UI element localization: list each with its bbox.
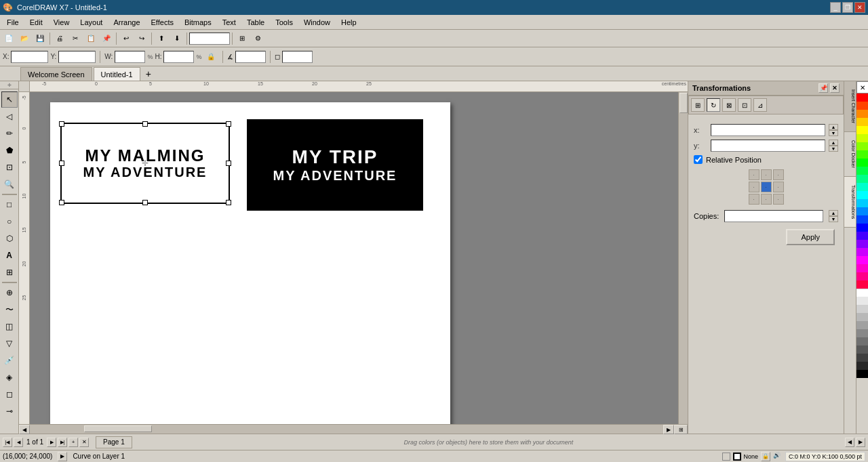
copy-button[interactable]: 📋 xyxy=(83,31,98,46)
handle-tm[interactable] xyxy=(142,121,148,127)
color-green[interactable] xyxy=(856,159,868,167)
relative-position-checkbox[interactable] xyxy=(694,155,703,164)
vertical-scrollbar[interactable] xyxy=(678,92,688,424)
transparency-tool-button[interactable]: ▽ xyxy=(1,335,18,352)
pos-ml[interactable]: · xyxy=(749,182,760,192)
color-docker-tab[interactable]: Color Docker xyxy=(844,132,856,177)
color-violet[interactable] xyxy=(856,240,868,248)
menu-bitmaps[interactable]: Bitmaps xyxy=(179,17,217,28)
table-tool-button[interactable]: ⊞ xyxy=(1,264,18,280)
color-gray-60[interactable] xyxy=(856,321,868,329)
x-spin-down[interactable]: ▼ xyxy=(829,130,838,136)
nav-prev-button[interactable]: ◀ xyxy=(845,438,854,447)
color-gray-70[interactable] xyxy=(856,313,868,321)
color-amber[interactable] xyxy=(856,118,868,126)
rectangle-tool-button[interactable]: □ xyxy=(1,196,18,213)
connector-tool-button[interactable]: ⊸ xyxy=(1,403,18,419)
insert-character-tab[interactable]: Insert Character xyxy=(844,81,856,132)
position-transform-tab[interactable]: ⊞ xyxy=(691,98,705,112)
canvas-scroll[interactable]: MY MALMING MY ADVENTURE ✛ xyxy=(30,92,688,424)
color-gray-80[interactable] xyxy=(856,305,868,313)
zoom-tool-button[interactable]: 🔍 xyxy=(1,176,18,192)
menu-view[interactable]: View xyxy=(48,17,75,28)
handle-br[interactable] xyxy=(226,200,231,205)
restore-button[interactable]: ❐ xyxy=(842,2,853,13)
smart-draw-tool-button[interactable]: ⬟ xyxy=(1,142,18,159)
page-prev-button[interactable]: ◀ xyxy=(14,438,23,447)
add-tab-button[interactable]: + xyxy=(142,67,155,81)
delete-page-button[interactable]: ✕ xyxy=(79,438,89,447)
v-scroll-thumb[interactable] xyxy=(679,93,688,113)
handle-bl[interactable] xyxy=(59,200,64,205)
panel-close-button[interactable]: ✕ xyxy=(830,83,840,93)
menu-table[interactable]: Table xyxy=(241,17,270,28)
outline-swatch[interactable] xyxy=(733,453,741,461)
import-button[interactable]: ⬆ xyxy=(154,31,169,46)
color-gray-10[interactable] xyxy=(856,362,868,370)
y-spin-down[interactable]: ▼ xyxy=(829,146,838,152)
pos-tr[interactable]: · xyxy=(773,169,784,180)
color-pink[interactable] xyxy=(856,264,868,272)
color-magenta[interactable] xyxy=(856,256,868,264)
handle-mr[interactable] xyxy=(226,161,231,166)
undo-button[interactable]: ↩ xyxy=(119,31,134,46)
color-green-lime[interactable] xyxy=(856,150,868,159)
page-first-button[interactable]: |◀ xyxy=(3,438,12,447)
pos-mc[interactable]: · xyxy=(761,182,772,192)
y-input[interactable]: 45,667 cm xyxy=(58,51,96,63)
color-cyan-green[interactable] xyxy=(856,175,868,183)
height-input[interactable]: 100,0 xyxy=(163,51,194,63)
menu-help[interactable]: Help xyxy=(336,17,362,28)
pos-tc[interactable]: · xyxy=(761,169,772,180)
rotate-transform-tab[interactable]: ↻ xyxy=(707,98,720,112)
save-button[interactable]: 💾 xyxy=(33,31,47,46)
cut-button[interactable]: ✂ xyxy=(68,31,83,46)
x-transform-input[interactable]: 0,0 cm xyxy=(711,124,825,136)
color-spring[interactable] xyxy=(856,167,868,175)
panel-pin-button[interactable]: 📌 xyxy=(818,83,828,93)
color-gray-40[interactable] xyxy=(856,337,868,345)
pos-bc[interactable]: · xyxy=(761,194,772,205)
color-blue-light[interactable] xyxy=(856,215,868,224)
color-red[interactable] xyxy=(856,93,868,102)
color-black[interactable] xyxy=(856,370,868,378)
speaker-icon[interactable]: 🔊 xyxy=(773,452,783,461)
outline-fill-button[interactable]: ◻ xyxy=(1,386,18,402)
color-rose[interactable] xyxy=(856,280,868,289)
scroll-left-button[interactable]: ◀ xyxy=(19,425,30,434)
print-button[interactable]: 🖨 xyxy=(52,31,67,46)
menu-edit[interactable]: Edit xyxy=(24,17,48,28)
tab-welcome[interactable]: Welcome Screen xyxy=(20,67,92,81)
fill-tool-button[interactable]: ◈ xyxy=(1,369,18,385)
new-button[interactable]: 📄 xyxy=(1,31,16,46)
scroll-right-button[interactable]: ▶ xyxy=(663,425,674,434)
color-gray-20[interactable] xyxy=(856,354,868,362)
shadow-tool-button[interactable]: ◫ xyxy=(1,318,18,335)
snap-button[interactable]: ⊞ xyxy=(235,31,250,46)
freehand-tool-button[interactable]: ✏ xyxy=(1,125,18,142)
color-gray-50[interactable] xyxy=(856,329,868,337)
menu-layout[interactable]: Layout xyxy=(75,17,108,28)
options-button[interactable]: ⚙ xyxy=(250,31,265,46)
text-tool-button[interactable]: A xyxy=(1,247,18,264)
graphic-1[interactable]: MY MALMING MY ADVENTURE ✛ xyxy=(60,123,230,204)
color-lime[interactable] xyxy=(856,142,868,150)
copies-spin-up[interactable]: ▲ xyxy=(829,210,838,216)
menu-arrange[interactable]: Arrange xyxy=(108,17,145,28)
y-transform-input[interactable]: 0,0 cm xyxy=(711,140,825,152)
zoom-input[interactable]: 50% xyxy=(189,33,230,45)
color-purple[interactable] xyxy=(856,248,868,256)
minimize-button[interactable]: _ xyxy=(830,2,841,13)
color-orange-red[interactable] xyxy=(856,102,868,110)
ellipse-tool-button[interactable]: ○ xyxy=(1,213,18,230)
no-color-swatch[interactable]: ✕ xyxy=(856,81,868,93)
polygon-tool-button[interactable]: ⬡ xyxy=(1,230,18,247)
color-yellow-green[interactable] xyxy=(856,134,868,142)
select-tool-button[interactable]: ↖ xyxy=(1,91,18,108)
export-button[interactable]: ⬇ xyxy=(170,31,184,46)
shape-tool-button[interactable]: ◁ xyxy=(1,108,18,125)
menu-tools[interactable]: Tools xyxy=(270,17,298,28)
menu-effects[interactable]: Effects xyxy=(146,17,179,28)
menu-window[interactable]: Window xyxy=(298,17,336,28)
page-last-button[interactable]: ▶| xyxy=(58,438,67,447)
